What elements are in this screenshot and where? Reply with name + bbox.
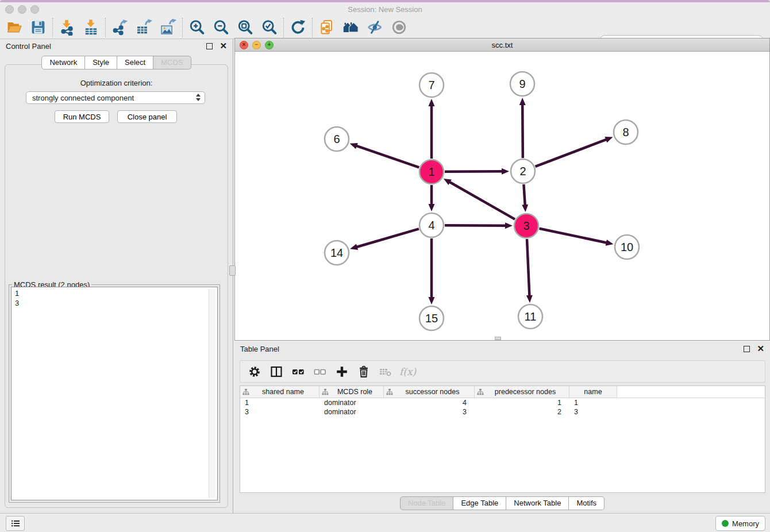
export-network-icon[interactable] bbox=[111, 19, 128, 36]
cell-name[interactable]: 3 bbox=[569, 408, 617, 416]
hide-network-eye-icon[interactable] bbox=[367, 19, 383, 36]
toolbar-separator bbox=[182, 18, 183, 37]
export-table-icon[interactable] bbox=[136, 19, 152, 36]
tab-mcds[interactable]: MCDS bbox=[153, 56, 191, 70]
tab-network[interactable]: Network bbox=[41, 56, 85, 70]
graph-node-10[interactable]: 10 bbox=[615, 235, 639, 259]
graph-node-14[interactable]: 14 bbox=[325, 241, 349, 265]
cell-predecessor-nodes[interactable]: 2 bbox=[475, 408, 569, 416]
graph-node-11[interactable]: 11 bbox=[518, 304, 542, 329]
home-layout-icon[interactable] bbox=[342, 19, 359, 36]
panel-divider-handle[interactable] bbox=[229, 265, 236, 276]
graph-node-9[interactable]: 9 bbox=[510, 72, 534, 96]
criterion-dropdown[interactable]: strongly connected component bbox=[26, 91, 205, 104]
column-label: successor nodes bbox=[393, 388, 472, 396]
cell-shared-name[interactable]: 3 bbox=[240, 408, 319, 416]
show-network-eye-icon[interactable] bbox=[391, 19, 407, 36]
cell-mcds-role[interactable]: dominator bbox=[319, 399, 384, 407]
tab-style[interactable]: Style bbox=[85, 56, 117, 70]
add-column-icon[interactable] bbox=[335, 365, 349, 379]
graph-edge-1-2[interactable] bbox=[445, 171, 503, 172]
column-header-mcds-role[interactable]: MCDS role bbox=[319, 386, 384, 398]
tab-motifs[interactable]: Motifs bbox=[569, 496, 605, 510]
memory-button[interactable]: Memory bbox=[715, 516, 765, 531]
result-scrollbar[interactable] bbox=[209, 289, 215, 498]
export-image-icon[interactable] bbox=[160, 19, 176, 36]
graph-edge-3-11[interactable] bbox=[527, 239, 529, 296]
close-panel-icon[interactable]: ✕ bbox=[220, 43, 227, 49]
graph-edge-2-3[interactable] bbox=[523, 184, 525, 206]
graph-node-4[interactable]: 4 bbox=[419, 213, 444, 237]
zoom-selected-icon[interactable] bbox=[261, 19, 278, 36]
close-panel-button[interactable]: Close panel bbox=[117, 110, 177, 123]
cell-successor-nodes[interactable]: 4 bbox=[384, 399, 475, 407]
node-label: 2 bbox=[519, 165, 526, 178]
graph-node-15[interactable]: 15 bbox=[419, 306, 444, 330]
edge-arrowhead bbox=[605, 137, 613, 142]
tree-column-icon bbox=[322, 388, 329, 395]
run-mcds-button[interactable]: Run MCDS bbox=[55, 110, 109, 123]
zoom-out-icon[interactable] bbox=[213, 19, 229, 36]
graph-edge-3-10[interactable] bbox=[540, 229, 607, 243]
split-panel-icon[interactable] bbox=[270, 365, 283, 379]
import-network-icon[interactable] bbox=[59, 19, 75, 36]
refresh-icon[interactable] bbox=[290, 19, 306, 36]
network-graph-canvas[interactable]: 7968124314101511 bbox=[235, 52, 769, 341]
graph-node-2[interactable]: 2 bbox=[511, 159, 535, 183]
task-history-button[interactable] bbox=[6, 516, 25, 531]
column-header-shared-name[interactable]: shared name bbox=[240, 386, 319, 398]
tab-select[interactable]: Select bbox=[117, 56, 153, 70]
graph-edge-2-8[interactable] bbox=[536, 139, 607, 166]
minimize-window-button[interactable] bbox=[18, 5, 26, 14]
select-all-columns-icon[interactable] bbox=[291, 365, 305, 379]
edge-arrowhead bbox=[519, 98, 526, 105]
open-file-icon[interactable] bbox=[6, 19, 22, 36]
cell-mcds-role[interactable]: dominator bbox=[319, 408, 384, 416]
graph-node-1[interactable]: 1 bbox=[419, 160, 444, 184]
cell-successor-nodes[interactable]: 3 bbox=[384, 408, 475, 416]
tab-edge-table[interactable]: Edge Table bbox=[453, 496, 506, 510]
zoom-in-icon[interactable] bbox=[188, 19, 205, 36]
import-table-icon[interactable] bbox=[83, 19, 99, 36]
table-options-gear-icon[interactable] bbox=[248, 365, 261, 379]
network-window-titlebar[interactable]: × − + scc.txt bbox=[235, 38, 769, 52]
edge-arrowhead bbox=[429, 297, 435, 304]
dropdown-stepper-icon bbox=[196, 94, 201, 101]
table-row[interactable]: 3 dominator 3 2 3 bbox=[240, 407, 765, 417]
cell-shared-name[interactable]: 1 bbox=[240, 399, 319, 407]
delete-column-icon[interactable] bbox=[357, 365, 371, 379]
graph-node-3[interactable]: 3 bbox=[514, 214, 538, 238]
close-table-panel-icon[interactable]: ✕ bbox=[757, 346, 764, 352]
edge-arrowhead bbox=[350, 143, 358, 149]
maximize-window-button[interactable] bbox=[30, 5, 39, 14]
save-session-icon[interactable] bbox=[30, 19, 47, 36]
graph-node-8[interactable]: 8 bbox=[614, 120, 638, 144]
cell-predecessor-nodes[interactable]: 1 bbox=[475, 399, 569, 407]
graph-edge-4-14[interactable] bbox=[356, 229, 419, 247]
table-row[interactable]: 1 dominator 4 1 1 bbox=[240, 398, 765, 407]
float-table-panel-icon[interactable] bbox=[744, 346, 750, 352]
canvas-resize-handle[interactable] bbox=[495, 337, 501, 340]
graph-edge-3-1[interactable] bbox=[449, 182, 515, 219]
float-panel-icon[interactable] bbox=[206, 43, 213, 49]
close-window-button[interactable] bbox=[5, 5, 14, 14]
graph-edge-1-6[interactable] bbox=[356, 145, 419, 167]
mcds-result-textarea[interactable]: 1 3 bbox=[11, 287, 218, 500]
node-label: 1 bbox=[428, 165, 434, 178]
unselect-all-columns-icon[interactable] bbox=[313, 365, 327, 379]
toolbar-separator bbox=[52, 18, 53, 37]
column-header-successor-nodes[interactable]: successor nodes bbox=[384, 386, 475, 398]
graph-edge-4-3[interactable] bbox=[445, 225, 506, 226]
cell-name[interactable]: 1 bbox=[569, 399, 617, 407]
column-header-predecessor-nodes[interactable]: predecessor nodes bbox=[475, 386, 569, 398]
column-header-name[interactable]: name bbox=[569, 386, 617, 398]
zoom-fit-icon[interactable] bbox=[237, 19, 253, 36]
tab-node-table[interactable]: Node Table bbox=[400, 496, 454, 510]
graph-edge-2-9[interactable] bbox=[522, 104, 523, 158]
clone-network-icon[interactable] bbox=[318, 19, 335, 36]
window-title: Session: New Session bbox=[0, 5, 770, 14]
graph-node-6[interactable]: 6 bbox=[325, 127, 349, 151]
tab-network-table[interactable]: Network Table bbox=[506, 496, 569, 510]
graph-node-7[interactable]: 7 bbox=[419, 73, 444, 97]
node-table[interactable]: shared name MCDS role successor nodes pr… bbox=[240, 385, 765, 493]
